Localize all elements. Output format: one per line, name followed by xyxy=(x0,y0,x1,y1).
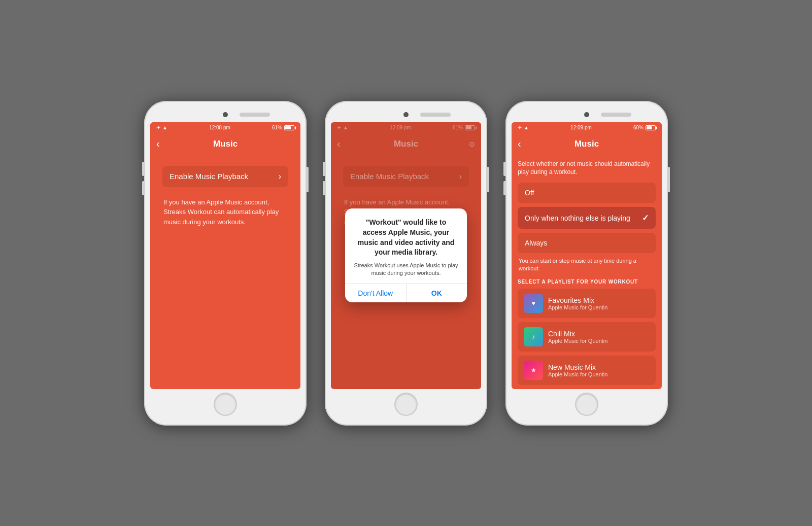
dialog-overlay-2: "Workout" would like to access Apple Mus… xyxy=(331,122,481,389)
playlist-item-0[interactable]: ♥ Favourites Mix Apple Music for Quentin xyxy=(518,289,656,318)
info-text-1: If you have an Apple Music account, Stre… xyxy=(156,193,294,231)
camera-3 xyxy=(584,112,589,117)
playlist-info-0: Favourites Mix Apple Music for Quentin xyxy=(548,296,650,310)
wifi-icon-1: ▲ xyxy=(162,125,167,130)
speaker-3 xyxy=(601,113,631,117)
option-only-when[interactable]: Only when nothing else is playing ✓ xyxy=(518,207,656,229)
screen-content-3: Select whether or not music should autom… xyxy=(512,155,662,389)
playlist-title-0: Favourites Mix xyxy=(548,296,650,304)
playlist-title-1: Chill Mix xyxy=(548,330,650,338)
dont-allow-button[interactable]: Don't Allow xyxy=(345,284,407,302)
battery-icon-3 xyxy=(646,125,656,130)
playlist-subtitle-1: Apple Music for Quentin xyxy=(548,338,650,344)
status-left-3: ✈ ▲ xyxy=(518,125,529,130)
camera-2 xyxy=(403,112,409,117)
dialog-title: "Workout" would like to access Apple Mus… xyxy=(353,218,459,257)
home-button-2[interactable] xyxy=(394,393,418,416)
option-always[interactable]: Always xyxy=(518,233,656,253)
battery-icon-1 xyxy=(284,125,294,130)
dialog-message: Streaks Workout uses Apple Music to play… xyxy=(353,262,459,277)
playlist-thumb-chill: ♪ xyxy=(524,327,543,346)
phone-bottom-3 xyxy=(512,389,662,419)
option-off-label: Off xyxy=(525,189,534,197)
phone-top-3 xyxy=(512,107,662,122)
phone-top-2 xyxy=(331,107,481,122)
phone-bottom-2 xyxy=(331,389,481,419)
home-button-3[interactable] xyxy=(575,393,598,416)
ok-button[interactable]: OK xyxy=(407,284,467,302)
playlist-item-1[interactable]: ♪ Chill Mix Apple Music for Quentin xyxy=(518,322,656,352)
phone-top-1 xyxy=(150,107,300,122)
status-time-3: 12:09 pm xyxy=(570,125,592,130)
airplane-icon-3: ✈ xyxy=(518,125,522,130)
option-off[interactable]: Off xyxy=(518,183,656,203)
phone-3: ✈ ▲ 12:09 pm 60% ‹ Music Select whether … xyxy=(505,101,668,426)
playlist-thumb-icon-0: ♥ xyxy=(531,300,535,307)
option-only-when-label: Only when nothing else is playing xyxy=(525,214,630,222)
speaker-2 xyxy=(420,113,451,117)
airplane-icon-1: ✈ xyxy=(156,125,160,130)
playlist-thumb-new-music: ★ xyxy=(524,361,543,380)
battery-percent-1: 61% xyxy=(272,125,282,130)
status-left-1: ✈ ▲ xyxy=(156,125,167,130)
camera-1 xyxy=(223,112,228,117)
dialog-body: "Workout" would like to access Apple Mus… xyxy=(345,208,467,283)
playlist-item-2[interactable]: ★ New Music Mix Apple Music for Quentin xyxy=(518,356,656,385)
playlist-info-2: New Music Mix Apple Music for Quentin xyxy=(548,363,650,377)
phone-2: ✈ ▲ 12:09 pm 61% ‹ Music ⊙ xyxy=(325,101,487,426)
phone-bottom-1 xyxy=(150,389,300,419)
playlist-subtitle-2: Apple Music for Quentin xyxy=(548,371,650,377)
status-time-1: 12:08 pm xyxy=(209,125,230,130)
dialog-buttons: Don't Allow OK xyxy=(345,284,467,302)
playlist-info-1: Chill Mix Apple Music for Quentin xyxy=(548,330,650,344)
nav-bar-1: ‹ Music xyxy=(150,133,300,155)
status-bar-1: ✈ ▲ 12:08 pm 61% xyxy=(150,122,300,133)
phone-screen-1: ✈ ▲ 12:08 pm 61% ‹ Music Enable M xyxy=(150,122,300,389)
back-button-3[interactable]: ‹ xyxy=(518,138,521,150)
speaker-1 xyxy=(240,113,270,117)
enable-playback-button-1[interactable]: Enable Music Playback › xyxy=(162,166,288,187)
playlist-thumb-favourites: ♥ xyxy=(524,294,543,313)
playlist-subtitle-0: Apple Music for Quentin xyxy=(548,304,650,310)
status-right-3: 60% xyxy=(633,125,656,130)
playlist-section-header: SELECT A PLAYLIST FOR YOUR WORKOUT xyxy=(518,279,656,285)
enable-playback-label-1: Enable Music Playback xyxy=(170,172,248,181)
phone-screen-2: ✈ ▲ 12:09 pm 61% ‹ Music ⊙ xyxy=(331,122,481,389)
back-button-1[interactable]: ‹ xyxy=(156,138,160,150)
playlist-thumb-icon-1: ♪ xyxy=(532,333,535,340)
battery-percent-3: 60% xyxy=(633,125,644,130)
page-title-1: Music xyxy=(156,139,294,149)
status-bar-3: ✈ ▲ 12:09 pm 60% xyxy=(512,122,662,133)
home-button-1[interactable] xyxy=(214,393,237,416)
page-title-3: Music xyxy=(518,139,656,149)
phones-container: ✈ ▲ 12:08 pm 61% ‹ Music Enable M xyxy=(144,101,668,426)
option-only-when-checkmark: ✓ xyxy=(642,213,649,223)
wifi-icon-3: ▲ xyxy=(524,125,529,130)
permission-dialog: "Workout" would like to access Apple Mus… xyxy=(345,208,467,302)
chevron-right-icon-1: › xyxy=(279,172,281,181)
option-always-label: Always xyxy=(525,239,547,247)
sub-description: You can start or stop music at any time … xyxy=(518,257,656,273)
auto-play-description: Select whether or not music should autom… xyxy=(518,160,656,177)
phone-1: ✈ ▲ 12:08 pm 61% ‹ Music Enable M xyxy=(144,101,307,426)
status-right-1: 61% xyxy=(272,125,294,130)
screen-content-1: Enable Music Playback › If you have an A… xyxy=(150,155,300,389)
playlist-thumb-icon-2: ★ xyxy=(531,367,536,374)
nav-bar-3: ‹ Music xyxy=(512,133,662,155)
playlist-title-2: New Music Mix xyxy=(548,363,650,371)
phone-screen-3: ✈ ▲ 12:09 pm 60% ‹ Music Select whether … xyxy=(512,122,662,389)
